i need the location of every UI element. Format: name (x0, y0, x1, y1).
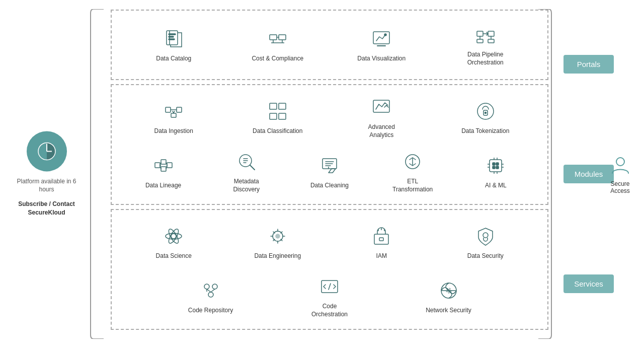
svg-point-80 (204, 284, 209, 289)
data-visualization-item[interactable]: Data Visualization (351, 23, 412, 67)
left-panel: Platform available in 6 hours Subscribe … (10, 131, 83, 217)
svg-rect-32 (279, 113, 286, 119)
svg-point-34 (477, 103, 494, 119)
left-bracket (90, 9, 106, 339)
code-orchestration-item[interactable]: Code Orchestration (299, 270, 360, 322)
ai-ml-label: AI & ML (485, 182, 507, 190)
code-repository-item[interactable]: Code Repository (181, 274, 241, 319)
data-security-icon (473, 224, 498, 248)
svg-point-82 (208, 292, 213, 297)
data-cleaning-item[interactable]: Data Cleaning (299, 150, 360, 194)
ai-ml-item[interactable]: AI & ML (465, 150, 526, 194)
cost-compliance-label: Cost & Compliance (252, 55, 303, 63)
svg-rect-22 (477, 39, 483, 43)
svg-rect-17 (477, 31, 483, 36)
etl-transformation-item[interactable]: ETL Transformation (382, 146, 443, 197)
svg-rect-74 (374, 234, 388, 244)
main-container: Platform available in 6 hours Subscribe … (0, 0, 644, 348)
svg-line-45 (160, 165, 161, 169)
svg-rect-39 (161, 167, 166, 171)
svg-rect-29 (270, 103, 277, 109)
svg-rect-31 (270, 113, 277, 119)
data-catalog-label: Data Catalog (156, 55, 191, 63)
svg-rect-27 (171, 113, 176, 117)
portals-row: Data Catalog Cost & Comp (122, 16, 537, 74)
data-engineering-item[interactable]: Data Engineering (248, 220, 308, 264)
data-pipeline-item[interactable]: Data Pipeline Orchestration (455, 19, 516, 71)
svg-rect-38 (161, 160, 166, 164)
svg-point-69 (166, 233, 182, 239)
avatar (27, 131, 67, 171)
data-ingestion-icon (162, 99, 186, 123)
data-tokenization-label: Data Tokenization (461, 127, 509, 135)
svg-line-47 (250, 165, 255, 170)
cost-compliance-item[interactable]: Cost & Compliance (248, 23, 308, 67)
svg-rect-58 (493, 166, 495, 169)
svg-point-68 (171, 234, 176, 239)
data-pipeline-label: Data Pipeline Orchestration (459, 51, 512, 66)
metadata-discovery-icon (234, 150, 259, 174)
content-area: Data Catalog Cost & Comp (111, 8, 548, 340)
svg-rect-18 (488, 31, 494, 36)
data-security-label: Data Security (467, 252, 504, 260)
code-orchestration-icon (317, 274, 342, 299)
code-repository-icon (199, 279, 223, 303)
data-lineage-label: Data Lineage (145, 182, 181, 190)
data-cleaning-label: Data Cleaning (310, 182, 349, 190)
services-row1: Data Science Data Engineering (122, 215, 537, 269)
network-security-item[interactable]: Network Security (419, 274, 479, 319)
data-engineering-icon (266, 224, 290, 248)
metadata-discovery-item[interactable]: Metadata Discovery (216, 146, 277, 197)
modules-row1: Data Ingestion Data Classification (122, 90, 537, 145)
secure-access-panel: Secure Access (601, 154, 639, 194)
services-label-box: Services (564, 274, 614, 293)
svg-rect-75 (379, 238, 383, 241)
iam-icon (369, 224, 393, 248)
data-tokenization-icon (473, 99, 498, 123)
data-lineage-item[interactable]: Data Lineage (133, 150, 194, 194)
network-security-icon (437, 279, 461, 303)
data-lineage-icon (151, 154, 176, 178)
data-classification-label: Data Classification (253, 127, 302, 135)
ai-ml-icon (484, 154, 508, 178)
svg-point-81 (212, 284, 217, 289)
data-cleaning-icon (317, 154, 342, 178)
data-security-item[interactable]: Data Security (455, 220, 516, 264)
data-ingestion-label: Data Ingestion (154, 127, 193, 135)
advanced-analytics-item[interactable]: Advanced Analytics (351, 91, 412, 143)
svg-point-79 (483, 233, 488, 238)
svg-rect-8 (270, 35, 277, 40)
svg-line-87 (329, 284, 331, 290)
subscribe-contact-text[interactable]: Subscribe / Contact SecureKloud (10, 200, 83, 218)
svg-point-92 (616, 158, 624, 166)
svg-rect-7 (169, 39, 175, 40)
svg-rect-57 (496, 163, 499, 165)
metadata-discovery-label: Metadata Discovery (220, 178, 273, 193)
iam-label: IAM (376, 252, 387, 260)
modules-section: Data Ingestion Data Classification (111, 84, 548, 205)
code-repository-label: Code Repository (188, 307, 233, 315)
code-orchestration-label: Code Orchestration (303, 303, 356, 318)
platform-available-text: Platform available in 6 hours (10, 177, 83, 194)
portals-label-box: Portals (564, 55, 614, 74)
svg-rect-55 (490, 160, 502, 172)
data-catalog-icon (162, 27, 186, 51)
svg-rect-5 (169, 34, 176, 35)
etl-transformation-icon (400, 150, 425, 174)
data-catalog-item[interactable]: Data Catalog (143, 23, 204, 67)
iam-item[interactable]: IAM (351, 220, 412, 264)
portals-section: Data Catalog Cost & Comp (111, 10, 548, 80)
data-tokenization-item[interactable]: Data Tokenization (455, 95, 516, 140)
svg-rect-4 (167, 31, 178, 45)
svg-line-43 (166, 165, 167, 169)
data-classification-icon (266, 99, 290, 123)
data-ingestion-item[interactable]: Data Ingestion (143, 95, 204, 140)
data-engineering-label: Data Engineering (254, 252, 301, 260)
data-classification-item[interactable]: Data Classification (248, 95, 308, 140)
svg-line-84 (211, 289, 215, 292)
data-science-icon (162, 224, 186, 248)
svg-rect-6 (169, 36, 174, 37)
data-science-item[interactable]: Data Science (143, 220, 204, 264)
svg-rect-40 (167, 163, 172, 168)
svg-rect-56 (493, 163, 495, 165)
